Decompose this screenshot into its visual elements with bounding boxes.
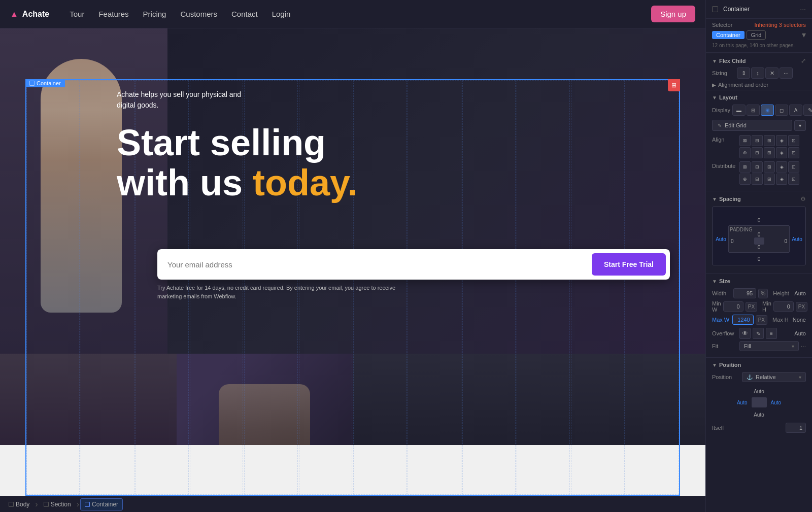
- panel-more-button[interactable]: ···: [800, 5, 806, 13]
- overflow-scroll-btn[interactable]: ≡: [766, 328, 777, 339]
- display-btn-custom[interactable]: ✎: [803, 105, 812, 116]
- email-input[interactable]: [167, 260, 592, 269]
- position-collapse[interactable]: ▼: [712, 362, 717, 368]
- position-anchor-icon: ⚓: [747, 374, 753, 380]
- sizing-btn-3[interactable]: ✕: [765, 67, 779, 79]
- scroll-icon: ≡: [770, 331, 773, 336]
- display-btn-flex[interactable]: ⊟: [747, 105, 760, 116]
- align-btn-1[interactable]: ⊠: [739, 135, 751, 146]
- email-form: Start Free Trial: [157, 249, 670, 280]
- position-select[interactable]: ⚓ Relative ▾: [742, 372, 806, 382]
- layout-collapse[interactable]: ▼: [712, 95, 717, 100]
- flex-child-expand[interactable]: ⤢: [801, 57, 806, 64]
- max-h-label: Max H: [772, 317, 791, 323]
- form-note: Try Achate free for 14 days, no credit c…: [157, 284, 421, 300]
- nav-customers[interactable]: Customers: [180, 10, 217, 18]
- align-btn-5[interactable]: ⊡: [788, 135, 799, 146]
- hero-subtitle: Achate helps you sell your physical and …: [117, 89, 259, 111]
- tag-container[interactable]: Container: [712, 31, 745, 39]
- overflow-edit-btn[interactable]: ✎: [753, 328, 764, 339]
- align-btn-7[interactable]: ⊟: [752, 147, 763, 158]
- align-btn-6[interactable]: ⊕: [739, 147, 751, 158]
- breadcrumb-sep-1: ›: [35, 500, 38, 509]
- padding-left-val: 0: [731, 238, 734, 244]
- width-input[interactable]: [733, 288, 756, 298]
- margin-top-value: 0: [758, 218, 761, 223]
- edit-grid-dropdown[interactable]: ▾: [794, 120, 806, 131]
- breadcrumb-body[interactable]: Body: [4, 498, 34, 510]
- itself-value-input[interactable]: [786, 423, 806, 433]
- element-title: Container: [723, 6, 750, 13]
- display-btn-none[interactable]: ◻: [775, 105, 788, 116]
- align-btn-10[interactable]: ⊡: [788, 147, 799, 158]
- hero-line1: Start selling: [117, 123, 358, 163]
- dist-btn-2[interactable]: ⊟: [752, 161, 763, 173]
- position-section: ▼ Position Position ⚓ Relative ▾: [706, 358, 812, 437]
- margin-left-auto[interactable]: Auto: [715, 236, 727, 242]
- selector-dropdown[interactable]: ▾: [802, 30, 806, 40]
- align-btn-2[interactable]: ⊟: [752, 135, 763, 146]
- max-w-input[interactable]: [732, 315, 754, 325]
- white-section: [0, 445, 705, 496]
- element-checkbox[interactable]: [712, 6, 718, 12]
- container-label: Container: [25, 79, 65, 87]
- sizing-more-btn[interactable]: ···: [780, 67, 793, 79]
- brand-name: Achate: [22, 10, 49, 19]
- nav-contact[interactable]: Contact: [231, 10, 258, 18]
- nav-tour[interactable]: Tour: [70, 10, 84, 18]
- dist-btn-9[interactable]: ◈: [776, 174, 787, 185]
- dist-btn-10[interactable]: ⊡: [788, 174, 799, 185]
- alignment-row[interactable]: ▶ Alignment and order: [712, 82, 806, 88]
- min-h-input[interactable]: [773, 301, 794, 312]
- trial-button[interactable]: Start Free Trial: [592, 253, 666, 276]
- sizing-btn-1[interactable]: ⇕: [737, 67, 750, 79]
- overflow-eye-btn[interactable]: 👁: [739, 328, 751, 339]
- tag-grid[interactable]: Grid: [747, 30, 766, 40]
- max-w-unit: PX: [756, 315, 767, 325]
- dist-btn-3[interactable]: ⊞: [764, 161, 775, 173]
- hero-headline: Start selling with us today.: [117, 123, 358, 203]
- display-btn-block[interactable]: ▬: [732, 105, 746, 116]
- alignment-label: Alignment and order: [718, 82, 768, 88]
- dist-btn-7[interactable]: ⊟: [752, 174, 763, 185]
- size-collapse[interactable]: ▼: [712, 279, 717, 284]
- nav-login[interactable]: Login: [272, 10, 291, 18]
- edit-grid-button[interactable]: ✎ Edit Grid: [712, 120, 792, 131]
- flex-child-collapse[interactable]: ▼: [712, 58, 717, 64]
- dist-btn-8[interactable]: ⊞: [764, 174, 775, 185]
- align-btn-4[interactable]: ◈: [776, 135, 787, 146]
- dist-btn-4[interactable]: ◈: [776, 161, 787, 173]
- padding-center-box: [754, 237, 764, 245]
- sizing-btn-2[interactable]: ↕: [751, 67, 764, 79]
- fit-select[interactable]: Fill ▾: [739, 341, 799, 351]
- align-btn-8[interactable]: ⊞: [764, 147, 775, 158]
- spacing-title-text: Spacing: [719, 196, 741, 202]
- distribute-label: Distribute: [712, 161, 737, 169]
- itself-label: Itself: [712, 425, 724, 431]
- dist-btn-1[interactable]: ⊠: [739, 161, 751, 173]
- spacing-settings-btn[interactable]: ⚙: [800, 195, 806, 202]
- edit-grid-pencil-icon: ✎: [718, 123, 722, 128]
- signup-button[interactable]: Sign up: [651, 6, 695, 22]
- min-w-input[interactable]: [723, 301, 743, 312]
- dist-btn-6[interactable]: ⊕: [739, 174, 751, 185]
- display-btn-grid[interactable]: ⊞: [761, 105, 774, 116]
- min-w-unit: PX: [746, 302, 757, 312]
- display-btn-text[interactable]: A: [789, 105, 802, 116]
- resize-handle[interactable]: ⊞: [668, 79, 680, 91]
- margin-right-auto[interactable]: Auto: [791, 236, 803, 242]
- nav-pricing[interactable]: Pricing: [143, 10, 166, 18]
- align-btn-3[interactable]: ⊞: [764, 135, 775, 146]
- spacing-collapse[interactable]: ▼: [712, 196, 717, 202]
- align-btn-9[interactable]: ◈: [776, 147, 787, 158]
- nav-features[interactable]: Features: [98, 10, 128, 18]
- overflow-auto-label: Auto: [794, 330, 806, 336]
- breadcrumb-container[interactable]: Container: [80, 498, 123, 510]
- breadcrumb-section[interactable]: Section: [39, 498, 76, 510]
- dist-btn-5[interactable]: ⊡: [788, 161, 799, 173]
- container-icon: [29, 81, 35, 86]
- align-arrow: ▶: [712, 82, 716, 88]
- selector-inherit: Inheriting 3 selectors: [755, 22, 806, 28]
- eye-icon: 👁: [742, 330, 748, 337]
- fit-more-btn[interactable]: ···: [801, 343, 806, 350]
